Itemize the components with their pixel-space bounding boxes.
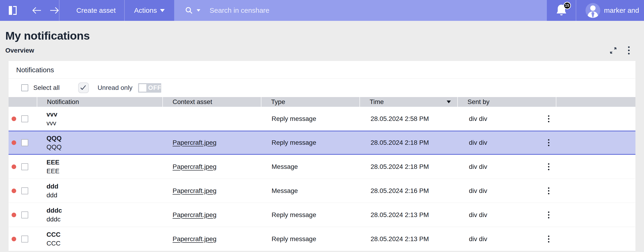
- row-notification-cell: ddd ddd: [37, 179, 162, 203]
- row-notification-cell: EEE EEE: [37, 155, 162, 179]
- row-checkbox[interactable]: [21, 139, 28, 146]
- table-row[interactable]: EEE EEE Papercraft.jpeg Message 28.05.20…: [8, 155, 636, 179]
- notification-subtitle: dddc: [46, 215, 60, 224]
- widget-menu-button[interactable]: [627, 45, 630, 55]
- kebab-icon: [548, 235, 550, 242]
- notification-subtitle: ddd: [46, 191, 57, 200]
- row-checkbox[interactable]: [21, 115, 28, 122]
- row-sent-by-cell: div div: [457, 107, 556, 131]
- kebab-icon: [548, 187, 550, 194]
- notifications-panel: Notifications Select all Unread only OFF: [8, 61, 636, 251]
- row-status-cell: [8, 227, 37, 251]
- row-type-cell: Message: [261, 155, 360, 179]
- actions-menu-button[interactable]: Actions: [125, 0, 174, 21]
- row-notification-cell: QQQ QQQ: [37, 131, 162, 154]
- forward-button[interactable]: [50, 0, 59, 21]
- column-header-sent-by[interactable]: Sent by: [457, 97, 556, 107]
- column-header-status: [8, 97, 37, 107]
- list-controls: Select all Unread only OFF: [8, 79, 636, 97]
- actions-label: Actions: [134, 7, 157, 14]
- table-row[interactable]: CCC CCC Papercraft.jpeg Reply message 28…: [8, 227, 636, 251]
- time-header-label: Time: [370, 98, 384, 106]
- row-type-cell: Reply message: [261, 203, 360, 227]
- row-checkbox[interactable]: [21, 235, 28, 242]
- context-asset-link[interactable]: Papercraft.jpeg: [172, 187, 216, 194]
- notification-title: QQQ: [46, 134, 62, 143]
- row-checkbox[interactable]: [21, 211, 28, 218]
- unread-dot-icon: [12, 164, 16, 169]
- user-menu[interactable]: marker and: [576, 0, 644, 21]
- column-header-context-asset[interactable]: Context asset: [162, 97, 261, 107]
- main-content: My notifications Overview Notifications …: [0, 29, 644, 251]
- unread-dot-icon: [12, 237, 16, 241]
- row-context-cell: Papercraft.jpeg: [162, 131, 261, 154]
- row-sent-by-cell: div div: [457, 179, 556, 203]
- notification-title: EEE: [46, 158, 60, 167]
- context-asset-link[interactable]: Papercraft.jpeg: [172, 139, 216, 146]
- table-row[interactable]: QQQ QQQ Papercraft.jpeg Reply message 28…: [8, 131, 636, 155]
- row-sent-by-cell: div div: [457, 155, 556, 179]
- expand-widget-button[interactable]: [610, 47, 617, 54]
- page-title: My notifications: [5, 29, 644, 42]
- row-time-cell: 28.05.2024 2:16 PM: [360, 179, 457, 203]
- unread-dot-icon: [12, 140, 16, 145]
- unread-dot-icon: [12, 188, 16, 193]
- row-type-cell: Message: [261, 179, 360, 203]
- context-asset-link[interactable]: Papercraft.jpeg: [172, 211, 216, 219]
- sent-by-value: div div: [469, 187, 487, 194]
- unread-only-label: Unread only: [98, 84, 132, 92]
- avatar: [586, 3, 600, 18]
- row-type-cell: Reply message: [261, 107, 360, 131]
- row-actions-cell: [556, 155, 636, 179]
- search-placeholder: Search in censhare: [210, 7, 270, 14]
- row-status-cell: [8, 179, 37, 203]
- notifications-button[interactable]: 15: [555, 4, 568, 17]
- row-context-cell: Papercraft.jpeg: [162, 203, 261, 227]
- row-menu-button[interactable]: [547, 138, 550, 147]
- context-asset-link[interactable]: Papercraft.jpeg: [172, 163, 216, 170]
- row-checkbox[interactable]: [21, 187, 28, 194]
- row-status-cell: [8, 155, 37, 179]
- arrow-left-icon: [32, 7, 42, 14]
- row-context-cell: [162, 107, 261, 131]
- row-actions-cell: [556, 179, 636, 203]
- row-actions-cell: [556, 107, 636, 131]
- table-row[interactable]: ddd ddd Papercraft.jpeg Message 28.05.20…: [8, 179, 636, 203]
- row-menu-button[interactable]: [547, 210, 550, 219]
- row-menu-button[interactable]: [547, 235, 550, 243]
- toggle-knob: [139, 84, 147, 92]
- sent-by-value: div div: [469, 163, 487, 170]
- notification-subtitle: CCC: [46, 239, 60, 248]
- column-header-time[interactable]: Time: [360, 97, 457, 107]
- column-header-notification[interactable]: Notification: [37, 97, 162, 107]
- expand-icon: [610, 47, 617, 54]
- global-search-input[interactable]: Search in censhare: [174, 0, 547, 21]
- row-menu-button[interactable]: [547, 162, 550, 171]
- column-header-type[interactable]: Type: [261, 97, 360, 107]
- notification-subtitle: QQQ: [46, 143, 62, 151]
- notification-title: dddc: [46, 206, 62, 215]
- unread-only-toggle[interactable]: OFF: [138, 83, 161, 93]
- create-asset-button[interactable]: Create asset: [68, 0, 124, 21]
- row-time-cell: 28.05.2024 2:18 PM: [360, 131, 457, 154]
- table-row[interactable]: vvv vvv Reply message 28.05.2024 2:58 PM…: [8, 107, 636, 131]
- row-menu-button[interactable]: [547, 186, 550, 195]
- kebab-icon: [548, 163, 550, 170]
- context-asset-link[interactable]: Papercraft.jpeg: [172, 235, 216, 243]
- back-button[interactable]: [32, 0, 42, 21]
- select-all-checkbox[interactable]: [21, 84, 28, 91]
- sent-by-value: div div: [469, 211, 487, 219]
- search-scope-caret-icon[interactable]: [196, 9, 200, 12]
- topbar: Create asset Actions Search in censhare …: [0, 0, 644, 21]
- table-row[interactable]: dddc dddc Papercraft.jpeg Reply message …: [8, 203, 636, 227]
- mark-all-read-button[interactable]: [78, 82, 89, 93]
- sidebar-toggle-button[interactable]: [8, 0, 17, 21]
- row-status-cell: [8, 131, 37, 154]
- row-menu-button[interactable]: [547, 114, 550, 123]
- topbar-divider: [59, 0, 60, 21]
- sort-desc-icon: [447, 101, 451, 103]
- select-all-label[interactable]: Select all: [33, 84, 60, 92]
- overview-toolbar: Overview: [5, 45, 630, 55]
- row-checkbox[interactable]: [21, 163, 28, 170]
- notification-subtitle: EEE: [46, 167, 60, 176]
